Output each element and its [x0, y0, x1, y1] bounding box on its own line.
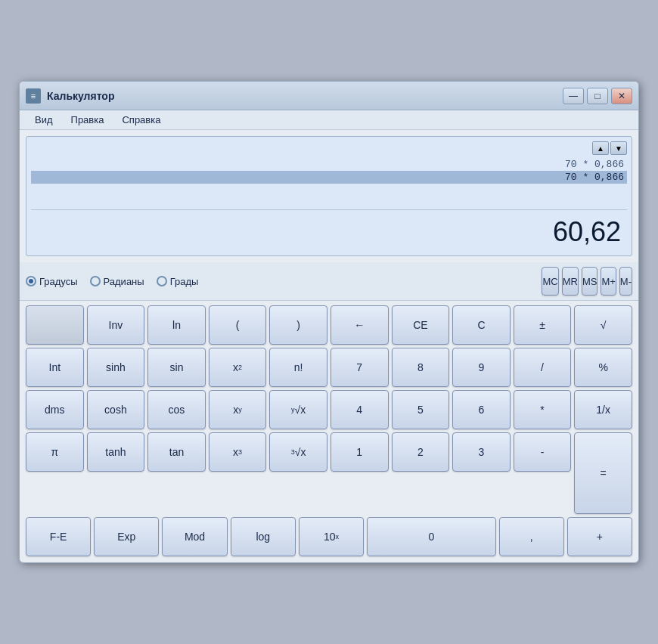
- int-button[interactable]: Int: [26, 348, 84, 387]
- close-button[interactable]: ✕: [611, 88, 632, 104]
- ce-button[interactable]: CE: [392, 305, 450, 345]
- sinh-button[interactable]: sinh: [87, 348, 145, 387]
- dms-button[interactable]: dms: [26, 390, 84, 429]
- mode-row: Градусы Радианы Грады MC MR MS M+ M-: [20, 262, 638, 301]
- gradians-radio[interactable]: [157, 276, 167, 286]
- menu-edit[interactable]: Правка: [62, 112, 113, 128]
- square-button[interactable]: x2: [209, 348, 267, 387]
- percent-button[interactable]: %: [574, 348, 632, 387]
- add-button[interactable]: +: [567, 517, 632, 556]
- maximize-button[interactable]: □: [587, 88, 608, 104]
- log-button[interactable]: log: [231, 517, 296, 556]
- yroot-button[interactable]: y√x: [269, 390, 327, 429]
- five-button[interactable]: 5: [392, 390, 450, 429]
- menu-view[interactable]: Вид: [26, 112, 62, 128]
- cos-button[interactable]: cos: [147, 390, 206, 429]
- display-area: ▲ ▼ 70 * 0,866 70 * 0,866 60,62: [26, 136, 632, 256]
- one-button[interactable]: 1: [331, 432, 389, 472]
- cosh-button[interactable]: cosh: [87, 390, 145, 429]
- mr-button[interactable]: MR: [562, 267, 579, 296]
- btn-row-3: dms cosh cos xy y√x 4 5 6 * 1/x: [26, 390, 632, 429]
- open-paren-button[interactable]: (: [209, 305, 267, 345]
- btn-row-4: π tanh tan x3 3√x 1 2 3 - =: [26, 432, 632, 514]
- empty-button: [26, 305, 84, 345]
- reciprocal-button[interactable]: 1/x: [574, 390, 632, 429]
- seven-button[interactable]: 7: [331, 348, 389, 387]
- history-line-1: 70 * 0,866: [31, 158, 627, 171]
- gradians-label: Грады: [170, 276, 199, 287]
- app-icon: ≡: [26, 88, 41, 104]
- multiply-button[interactable]: *: [514, 390, 572, 429]
- exp-button[interactable]: Exp: [94, 517, 159, 556]
- ten-power-button[interactable]: 10x: [299, 517, 364, 556]
- sqrt-button[interactable]: √: [574, 305, 632, 345]
- mminus-button[interactable]: M-: [619, 267, 632, 296]
- history-line-2: 70 * 0,866: [31, 171, 627, 184]
- comma-button[interactable]: ,: [499, 517, 564, 556]
- plus-minus-button[interactable]: ±: [514, 305, 572, 345]
- minimize-button[interactable]: —: [563, 88, 584, 104]
- power-xy-button[interactable]: xy: [209, 390, 267, 429]
- mc-button[interactable]: MC: [542, 267, 558, 296]
- display-result: 60,62: [31, 209, 627, 251]
- mplus-button[interactable]: M+: [601, 267, 616, 296]
- mode-gradians[interactable]: Грады: [157, 276, 199, 287]
- title-bar: ≡ Калькулятор — □ ✕: [20, 82, 638, 110]
- tan-button[interactable]: tan: [147, 432, 206, 472]
- close-paren-button[interactable]: ): [269, 305, 327, 345]
- clear-button[interactable]: C: [452, 305, 511, 345]
- buttons-grid: Inv ln ( ) ← CE C ± √ Int sinh sin x2 n!…: [20, 301, 638, 562]
- mode-radians[interactable]: Радианы: [90, 276, 144, 287]
- calculator-window: ≡ Калькулятор — □ ✕ Вид Правка Справка ▲…: [19, 81, 639, 563]
- menu-help[interactable]: Справка: [113, 112, 169, 128]
- degrees-radio[interactable]: [26, 276, 36, 286]
- mode-degrees[interactable]: Градусы: [26, 276, 78, 287]
- history-lines: 70 * 0,866 70 * 0,866: [31, 158, 627, 203]
- three-button[interactable]: 3: [452, 432, 511, 472]
- history-up-button[interactable]: ▲: [592, 141, 609, 155]
- ms-button[interactable]: MS: [582, 267, 598, 296]
- pi-button[interactable]: π: [26, 432, 84, 472]
- four-button[interactable]: 4: [331, 390, 389, 429]
- cuberoot-button[interactable]: 3√x: [269, 432, 327, 472]
- cube-button[interactable]: x3: [209, 432, 267, 472]
- degrees-label: Градусы: [39, 276, 78, 287]
- sin-button[interactable]: sin: [147, 348, 206, 387]
- backspace-button[interactable]: ←: [331, 305, 389, 345]
- radians-radio[interactable]: [90, 276, 101, 286]
- btn-row-5: F-E Exp Mod log 10x 0 , +: [26, 517, 632, 556]
- window-controls: — □ ✕: [563, 88, 632, 104]
- six-button[interactable]: 6: [452, 390, 511, 429]
- memory-buttons: MC MR MS M+ M-: [542, 267, 632, 296]
- radians-label: Радианы: [104, 276, 144, 287]
- nine-button[interactable]: 9: [452, 348, 511, 387]
- factorial-button[interactable]: n!: [269, 348, 327, 387]
- zero-button[interactable]: 0: [367, 517, 495, 556]
- fe-button[interactable]: F-E: [26, 517, 91, 556]
- equals-button[interactable]: =: [574, 432, 632, 514]
- subtract-button[interactable]: -: [514, 432, 572, 472]
- tanh-button[interactable]: tanh: [87, 432, 145, 472]
- window-title: Калькулятор: [47, 90, 563, 102]
- ln-button[interactable]: ln: [147, 305, 206, 345]
- two-button[interactable]: 2: [392, 432, 450, 472]
- history-down-button[interactable]: ▼: [610, 141, 627, 155]
- btn-row-2: Int sinh sin x2 n! 7 8 9 / %: [26, 348, 632, 387]
- inv-button[interactable]: Inv: [87, 305, 145, 345]
- divide-button[interactable]: /: [514, 348, 572, 387]
- btn-row-1: Inv ln ( ) ← CE C ± √: [26, 305, 632, 345]
- mod-button[interactable]: Mod: [162, 517, 227, 556]
- history-controls: ▲ ▼: [31, 141, 627, 155]
- menu-bar: Вид Правка Справка: [20, 110, 638, 130]
- eight-button[interactable]: 8: [392, 348, 450, 387]
